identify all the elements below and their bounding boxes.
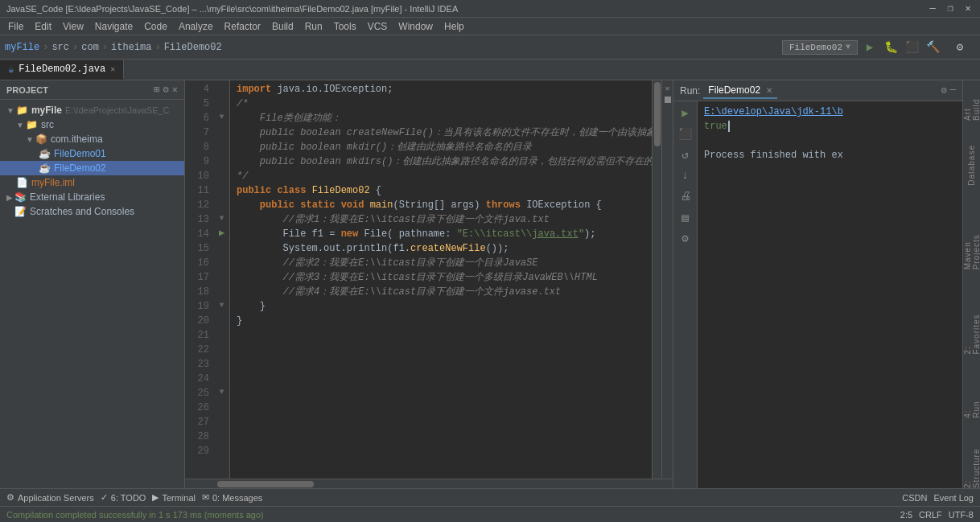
code-line-28: } [237, 314, 645, 328]
code-line-12: */ [237, 169, 645, 183]
code-line-27: } [237, 299, 645, 314]
chevron-down-icon: ▼ [26, 135, 34, 144]
run-panel-controls: ⚙ — [941, 84, 956, 97]
bottom-item-csdn[interactable]: CSDN [902, 493, 927, 503]
bottom-item-todo[interactable]: ✓ 6: TODO [101, 492, 146, 503]
sidebar-tree: ▼ 📁 myFile E:\IdeaProjects\JavaSE_C ▼ 📁 … [0, 100, 184, 488]
sidebar-settings-button[interactable]: ⚙ [163, 84, 169, 96]
right-strip-art-build[interactable]: Art Build [963, 87, 981, 121]
menu-item-build[interactable]: Build [267, 19, 299, 34]
run-panel-settings-button[interactable]: ⚙ [941, 84, 947, 97]
sidebar-item-filedemo01[interactable]: ☕ FileDemo01 [0, 146, 184, 161]
bottom-item-app-servers[interactable]: ⚙ Application Servers [6, 492, 94, 503]
menu-item-analyze[interactable]: Analyze [174, 19, 218, 34]
right-strip-run[interactable]: 4: Run [963, 393, 981, 418]
run-tab-close[interactable]: ✕ [766, 86, 772, 95]
menu-item-window[interactable]: Window [393, 19, 438, 34]
code-editor[interactable]: import java.io.IOException; /* File类创建功能… [230, 80, 652, 479]
settings-button[interactable]: ⚙ [951, 39, 969, 56]
bottom-item-messages[interactable]: ✉ 0: Messages [202, 492, 262, 503]
menu-item-run[interactable]: Run [300, 19, 327, 34]
maximize-button[interactable]: ❐ [945, 3, 956, 14]
sidebar-item-myfile[interactable]: ▼ 📁 myFile E:\IdeaProjects\JavaSE_C [0, 103, 184, 117]
code-line-16: File f1 = new File( pathname: "E:\\itcas… [237, 227, 645, 241]
right-strip-database[interactable]: Database [967, 145, 976, 186]
run-toolbar: ▶ ⬛ ↺ ↓ 🖨 ▤ ⚙ [673, 101, 698, 488]
fold-icon[interactable]: ▼ [219, 388, 224, 397]
sidebar: Project ⊞ ⚙ ✕ ▼ 📁 myFile E:\IdeaProjects… [0, 80, 185, 488]
source-folder-icon: 📁 [26, 119, 38, 130]
sidebar-item-com-itheima[interactable]: ▼ 📦 com.itheima [0, 132, 184, 146]
menu-item-navigate[interactable]: Navigate [90, 19, 138, 34]
bottom-item-terminal[interactable]: ▶ Terminal [152, 492, 196, 503]
app-servers-icon: ⚙ [6, 492, 14, 503]
breadcrumb-filedemo02[interactable]: FileDemo02 [164, 42, 222, 53]
menu-item-edit[interactable]: Edit [30, 19, 56, 34]
breadcrumb-itheima[interactable]: itheima [111, 42, 151, 53]
breadcrumb-src[interactable]: src [51, 42, 69, 53]
menu-item-vcs[interactable]: VCS [363, 19, 393, 34]
title-bar-controls: — ❐ ✕ [927, 3, 974, 14]
sidebar-item-external-libraries[interactable]: ▶ 📚 External Libraries [0, 190, 184, 204]
menu-item-code[interactable]: Code [139, 19, 172, 34]
sidebar-item-scratches-and-consoles[interactable]: ▶ 📝 Scratches and Consoles [0, 204, 184, 219]
sidebar-close-button[interactable]: ✕ [172, 84, 178, 96]
right-strip-structure[interactable]: 2: Structure [963, 442, 981, 488]
encoding[interactable]: UTF-8 [949, 510, 974, 520]
sidebar-toolbar: ⊞ ⚙ ✕ [154, 84, 178, 96]
close-button[interactable]: ✕ [962, 3, 974, 14]
scratch-icon: 📝 [14, 206, 27, 217]
cursor-position[interactable]: 2:5 [900, 510, 912, 520]
debug-button[interactable]: 🐛 [882, 39, 900, 56]
fold-icon[interactable]: ▼ [219, 214, 224, 223]
close-file-button[interactable]: ✕ [665, 84, 669, 93]
run-tab-filedemo02[interactable]: FileDemo02 ✕ [703, 83, 777, 99]
code-line-8: public boolean createNewFile()：当具有该名称的文件… [237, 125, 645, 140]
breadcrumb-myfile[interactable]: myFile [5, 42, 39, 53]
build-button[interactable]: 🔨 [924, 39, 941, 56]
menu-item-file[interactable]: File [3, 19, 28, 34]
run-config-selector[interactable]: FileDemo02 ▼ [782, 40, 858, 55]
status-right: 2:5 CRLF UTF-8 [900, 510, 974, 520]
run-restore-button[interactable]: ↺ [677, 146, 694, 162]
output-line-3 [704, 134, 956, 148]
sidebar-item-filedemo02[interactable]: ☕ FileDemo02 [0, 161, 184, 175]
minimize-button[interactable]: — [927, 3, 938, 14]
run-panel-minimize-button[interactable]: — [950, 84, 956, 97]
editor-scroll[interactable]: 4 5 6 7 8 9 10 11 12 13 14 15 16 17 18 1… [185, 80, 673, 479]
run-here-icon[interactable]: ▶ [219, 227, 224, 239]
scroll-indicator [665, 97, 671, 103]
java-file-icon: ☕ [39, 162, 51, 174]
editor-scrollbar[interactable] [652, 80, 661, 479]
title-text: JavaSE_Code [E:\IdeaProjects\JavaSE_Code… [6, 4, 458, 14]
fold-icon[interactable]: ▼ [219, 301, 224, 310]
scrollbar-thumb[interactable] [654, 82, 661, 146]
sidebar-item-src[interactable]: ▼ 📁 src [0, 117, 184, 132]
menu-item-tools[interactable]: Tools [329, 19, 361, 34]
breadcrumb-com[interactable]: com [81, 42, 99, 53]
right-strip-maven[interactable]: Maven Projects [963, 210, 981, 269]
menu-item-refactor[interactable]: Refactor [220, 19, 266, 34]
run-fold-button[interactable]: ▤ [677, 209, 694, 225]
bottom-scrollbar[interactable] [185, 479, 673, 488]
bottom-scrollbar-thumb[interactable] [217, 481, 314, 487]
bottom-item-event-log[interactable]: Event Log [933, 493, 974, 503]
sidebar-item-myfile-iml[interactable]: 📄 myFile.iml [0, 175, 184, 190]
tab-close-button[interactable]: ✕ [110, 64, 115, 74]
fold-icon[interactable]: ▼ [219, 113, 224, 121]
menu-item-help[interactable]: Help [439, 19, 469, 34]
sidebar-collapse-button[interactable]: ⊞ [154, 84, 159, 96]
run-settings-button[interactable]: ⚙ [677, 230, 694, 246]
run-scroll-end-button[interactable]: ↓ [677, 167, 694, 183]
run-panel-header: Run: FileDemo02 ✕ ⚙ — [673, 80, 962, 101]
code-line-14: public static void main(String[] args) t… [237, 198, 645, 212]
line-ending[interactable]: CRLF [919, 510, 942, 520]
menu-item-view[interactable]: View [58, 19, 89, 34]
right-strip-favorites[interactable]: 2: Favorites [963, 308, 981, 355]
run-button[interactable]: ▶ [861, 39, 879, 56]
run-stop-button[interactable]: ⬛ [677, 125, 694, 142]
run-rerun-button[interactable]: ▶ [677, 105, 694, 121]
tab-filedemo02[interactable]: ☕ FileDemo02.java ✕ [0, 60, 124, 80]
stop-button[interactable]: ⬛ [903, 39, 920, 56]
run-print-button[interactable]: 🖨 [677, 188, 694, 204]
